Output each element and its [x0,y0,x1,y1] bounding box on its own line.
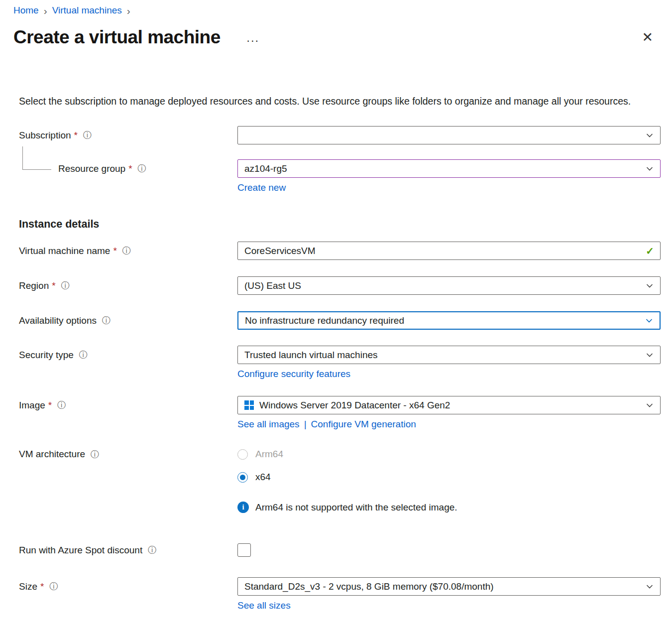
subscription-label-group: Subscription * ⓘ [19,126,237,144]
size-label: Size [19,581,37,592]
security-type-dropdown[interactable]: Trusted launch virtual machines [237,346,661,364]
create-vm-page: Home › Virtual machines › Create a virtu… [0,0,672,634]
arch-info-text: Arm64 is not supported with the selected… [255,502,457,513]
size-row: Size * ⓘ Standard_D2s_v3 - 2 vcpus, 8 Gi… [19,577,672,611]
info-icon[interactable]: ⓘ [56,399,66,411]
info-icon[interactable]: ⓘ [147,544,156,556]
image-dropdown[interactable]: Windows Server 2019 Datacenter - x64 Gen… [237,396,661,414]
azure-spot-checkbox[interactable] [237,543,251,557]
security-type-label-group: Security type ⓘ [19,346,237,364]
subscription-dropdown[interactable] [237,126,661,144]
size-label-group: Size * ⓘ [19,577,237,596]
breadcrumb-chevron-icon: › [44,5,47,16]
resource-group-value: az104-rg5 [244,163,287,174]
image-label: Image [19,400,45,411]
azure-spot-label: Run with Azure Spot discount [19,545,142,556]
region-value: (US) East US [244,280,301,291]
azure-spot-row: Run with Azure Spot discount ⓘ [19,541,672,559]
page-title: Create a virtual machine [13,27,221,48]
info-icon[interactable]: ⓘ [60,280,70,291]
vm-name-row: Virtual machine name * ⓘ ✓ [19,242,672,260]
radio-arm64[interactable]: Arm64 [237,447,661,462]
availability-options-row: Availability options ⓘ No infrastructure… [19,311,672,330]
subscription-row: Subscription * ⓘ [19,126,672,144]
security-type-label: Security type [19,350,74,361]
chevron-down-icon [646,282,654,290]
info-icon[interactable]: ⓘ [78,349,88,361]
instance-details-heading: Instance details [19,218,672,231]
breadcrumb-home-link[interactable]: Home [13,5,39,16]
required-marker: * [48,400,52,411]
create-new-link[interactable]: Create new [237,182,286,193]
see-all-sizes-link[interactable]: See all sizes [237,600,291,611]
image-value: Windows Server 2019 Datacenter - x64 Gen… [259,400,450,411]
vm-architecture-label: VM architecture [19,449,85,460]
image-row: Image * ⓘ Windows Server 2019 Datacenter… [19,396,672,430]
arch-info-message: i Arm64 is not supported with the select… [237,502,661,513]
security-type-value: Trusted launch virtual machines [244,350,378,361]
resource-group-dropdown[interactable]: az104-rg5 [237,159,661,178]
info-icon[interactable]: ⓘ [101,315,111,326]
size-dropdown[interactable]: Standard_D2s_v3 - 2 vcpus, 8 GiB memory … [237,577,661,596]
radio-icon [237,449,248,460]
security-type-row: Security type ⓘ Trusted launch virtual m… [19,346,672,380]
page-header: Create a virtual machine ··· ✕ [0,16,672,48]
windows-logo-icon [244,400,254,410]
radio-x64[interactable]: x64 [237,470,661,485]
basics-form: Subscription * ⓘ Resource group * ⓘ [19,126,672,611]
availability-options-value: No infrastructure redundancy required [245,315,404,326]
chevron-down-icon [646,131,654,139]
resource-group-label-group: Resource group * ⓘ [19,159,237,178]
configure-vm-generation-link[interactable]: Configure VM generation [311,419,416,430]
intro-text: Select the subscription to manage deploy… [19,94,650,109]
info-icon[interactable]: ⓘ [48,581,58,592]
region-label: Region [19,280,49,291]
vm-name-label-group: Virtual machine name * ⓘ [19,242,237,260]
azure-spot-label-group: Run with Azure Spot discount ⓘ [19,541,237,559]
close-icon[interactable]: ✕ [642,31,653,44]
valid-check-icon: ✓ [646,245,654,257]
availability-options-label-group: Availability options ⓘ [19,311,237,330]
required-marker: * [128,163,132,174]
link-separator: | [304,419,307,430]
region-dropdown[interactable]: (US) East US [237,276,661,295]
breadcrumb: Home › Virtual machines › [0,0,672,16]
chevron-down-icon [645,317,653,325]
radio-x64-label: x64 [255,472,271,483]
breadcrumb-virtual-machines-link[interactable]: Virtual machines [52,5,122,16]
image-label-group: Image * ⓘ [19,396,237,414]
breadcrumb-chevron-icon: › [127,5,130,16]
subscription-label: Subscription [19,130,71,141]
required-marker: * [40,581,44,592]
configure-security-features-link[interactable]: Configure security features [237,369,350,380]
info-icon[interactable]: ⓘ [121,245,131,256]
info-icon[interactable]: ⓘ [82,129,92,141]
vm-architecture-radio-group: Arm64 x64 [237,447,661,485]
availability-options-dropdown[interactable]: No infrastructure redundancy required [237,311,661,330]
required-marker: * [74,130,78,141]
info-icon[interactable]: ⓘ [90,449,99,460]
see-all-images-link[interactable]: See all images [237,419,300,430]
more-options-button[interactable]: ··· [246,27,259,47]
resource-group-row: Resource group * ⓘ az104-rg5 Create new [19,159,672,193]
radio-arm64-label: Arm64 [255,449,283,460]
tree-connector-line [22,146,51,170]
region-label-group: Region * ⓘ [19,276,237,295]
size-value: Standard_D2s_v3 - 2 vcpus, 8 GiB memory … [244,581,494,592]
vm-architecture-label-group: VM architecture ⓘ [19,447,237,462]
resource-group-label: Resource group [58,163,125,174]
availability-options-label: Availability options [19,315,97,326]
chevron-down-icon [646,165,654,173]
chevron-down-icon [646,583,654,591]
info-icon[interactable]: ⓘ [137,163,146,174]
chevron-down-icon [646,351,654,359]
vm-name-label: Virtual machine name [19,246,110,256]
vm-architecture-row: VM architecture ⓘ Arm64 x64 i Arm64 i [19,447,672,513]
chevron-down-icon [646,401,654,409]
required-marker: * [113,246,116,256]
required-marker: * [52,280,55,291]
region-row: Region * ⓘ (US) East US [19,276,672,295]
vm-name-input[interactable] [237,242,661,260]
info-filled-icon: i [237,502,249,513]
radio-icon [237,472,248,483]
